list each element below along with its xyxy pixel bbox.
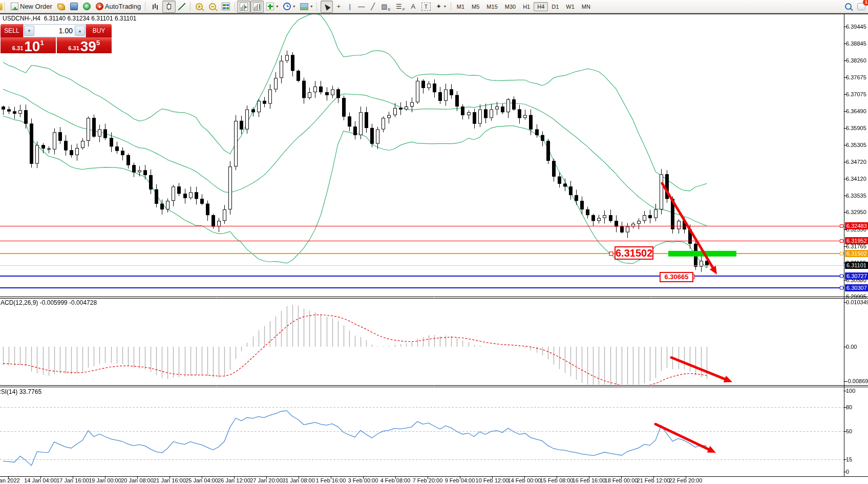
zoom-out-icon	[209, 3, 216, 10]
cursor-tool-icon	[323, 3, 331, 11]
horizontal-line-tool-button[interactable]: —	[355, 1, 367, 13]
signals-button[interactable]	[80, 1, 93, 13]
toolbar: New OrderAutoTrading▾▾▾+|—╱▨E☰FAT✦▾M1M5M…	[0, 0, 868, 13]
low-price-annotation[interactable]: 6.30665	[660, 272, 693, 282]
buy-price-big: 39	[80, 40, 96, 53]
deposit-icon	[57, 4, 65, 10]
timeframe-h4[interactable]: H4	[534, 2, 548, 11]
crosshair-tool-icon: +	[335, 3, 342, 10]
new-order-button[interactable]: New Order	[8, 1, 55, 13]
candlestick-mode-button[interactable]	[162, 1, 176, 13]
templates-button[interactable]: ▾	[298, 1, 315, 13]
trendline-tool-icon: ╱	[370, 3, 376, 10]
sell-button[interactable]: SELL	[1, 24, 23, 37]
zoom-in-button[interactable]	[193, 1, 206, 13]
periods-icon	[283, 3, 291, 10]
text-label-tool-button[interactable]: T	[419, 1, 433, 13]
search-button[interactable]	[842, 1, 855, 13]
trendline-tool-button[interactable]: ╱	[367, 1, 378, 13]
arrows-tool-icon: ✦	[436, 3, 442, 10]
tile-windows-button[interactable]	[219, 1, 232, 13]
cursor-tool-button[interactable]	[321, 1, 333, 13]
application-window: New OrderAutoTrading▾▾▾+|—╱▨E☰FAT✦▾M1M5M…	[0, 0, 868, 484]
volume-spinner: ▼ ▲	[23, 24, 86, 37]
strategy-tester-icon	[70, 3, 78, 10]
channel-tool-button[interactable]: ▨E	[378, 1, 393, 13]
indicators-list-icon	[266, 3, 274, 10]
chevron-down-icon: ▾	[310, 4, 312, 9]
toolbar-separator	[190, 2, 190, 11]
channel-tool-letter: E	[388, 7, 391, 12]
auto-scroll-icon	[240, 3, 248, 11]
toolbar-separator	[451, 2, 451, 11]
chart-shift-icon	[253, 3, 261, 11]
toolbar-grip	[145, 2, 147, 11]
fibonacci-tool-letter: F	[403, 7, 405, 12]
autotrading-button[interactable]: AutoTrading	[93, 1, 143, 13]
periods-button[interactable]: ▾	[281, 1, 298, 13]
chart-shift-button[interactable]	[250, 1, 264, 13]
indicators-list-button[interactable]: ▾	[264, 1, 281, 13]
text-tool-button[interactable]: A	[408, 1, 419, 13]
new-order-label: New Order	[20, 3, 52, 10]
timeframe-m5[interactable]: M5	[468, 2, 483, 11]
chevron-down-icon: ▾	[293, 4, 295, 9]
volume-decrease-button[interactable]: ▼	[24, 26, 34, 36]
timeframe-mn[interactable]: MN	[578, 2, 594, 11]
clipped-icon	[0, 3, 3, 10]
toolbar-grip	[316, 2, 319, 11]
chart-canvas[interactable]	[0, 13, 868, 484]
text-label-tool-icon: T	[421, 3, 431, 11]
one-click-trading-panel: SELL ▼ ▲ BUY 6.31 10 1 6.31 39 5	[1, 24, 112, 53]
candlestick-mode-icon	[165, 3, 173, 11]
notifications-button[interactable]: 1	[855, 1, 868, 13]
buy-button[interactable]: BUY	[86, 24, 112, 37]
line-chart-mode-button[interactable]	[176, 1, 188, 13]
fibonacci-tool-button[interactable]: ☰F	[393, 1, 408, 13]
templates-icon	[300, 3, 308, 10]
auto-scroll-button[interactable]	[237, 1, 250, 13]
autotrading-icon	[96, 3, 103, 10]
deposit-button[interactable]	[55, 1, 68, 13]
bar-chart-mode-button[interactable]	[149, 1, 162, 13]
chevron-down-icon: ▾	[444, 4, 446, 9]
chevron-down-icon: ▾	[276, 4, 278, 9]
timeframe-d1[interactable]: D1	[548, 2, 562, 11]
fibonacci-tool-icon: ☰	[396, 3, 402, 10]
strategy-tester-button[interactable]	[68, 1, 80, 13]
horizontal-line-tool-icon: —	[358, 3, 365, 10]
new-order-icon	[11, 3, 18, 10]
timeframe-m1[interactable]: M1	[453, 2, 468, 11]
tile-windows-icon	[222, 3, 230, 10]
zoom-in-icon	[196, 3, 203, 10]
sell-price-big: 10	[24, 40, 40, 53]
buy-price-prefix: 6.31	[68, 45, 79, 51]
buy-price-display[interactable]: 6.31 39 5	[57, 37, 112, 53]
arrows-tool-button[interactable]: ✦▾	[433, 1, 449, 13]
notification-badge: 1	[862, 0, 868, 6]
timeframe-w1[interactable]: W1	[562, 2, 578, 11]
support-price-annotation[interactable]: 6.31502	[615, 246, 653, 260]
vertical-line-tool-icon: |	[347, 3, 353, 10]
toolbar-grip	[4, 2, 6, 11]
channel-tool-icon: ▨	[381, 3, 387, 10]
timeframe-m30[interactable]: M30	[501, 2, 519, 11]
bar-chart-mode-icon	[152, 3, 160, 11]
volume-increase-button[interactable]: ▲	[75, 26, 85, 36]
volume-input[interactable]	[35, 26, 74, 35]
line-chart-mode-icon	[178, 3, 185, 10]
buy-price-pip: 5	[96, 39, 100, 47]
zoom-out-button[interactable]	[206, 1, 219, 13]
sell-price-pip: 1	[40, 39, 44, 47]
signals-icon	[83, 3, 91, 10]
sell-price-prefix: 6.31	[12, 45, 23, 51]
toolbar-separator	[235, 2, 235, 11]
sell-price-display[interactable]: 6.31 10 1	[1, 37, 56, 53]
timeframe-h1[interactable]: H1	[519, 2, 534, 11]
text-tool-icon: A	[410, 3, 416, 10]
crosshair-tool-button[interactable]: +	[333, 1, 344, 13]
search-icon	[845, 3, 852, 10]
timeframe-m15[interactable]: M15	[483, 2, 501, 11]
vertical-line-tool-button[interactable]: |	[344, 1, 355, 13]
autotrading-label: AutoTrading	[105, 3, 141, 10]
